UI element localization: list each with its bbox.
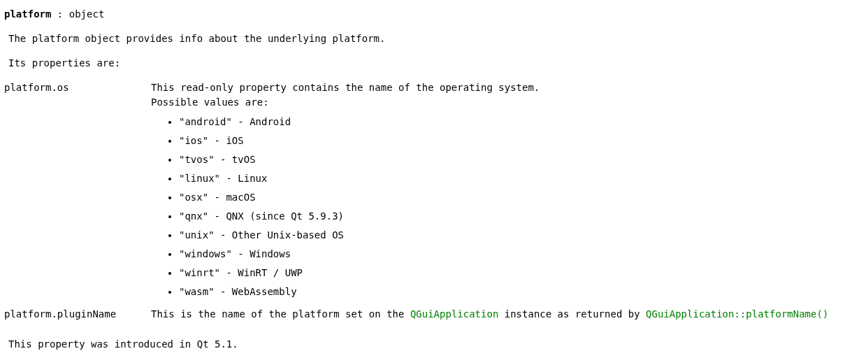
qguiapplication-link[interactable]: QGuiApplication bbox=[410, 308, 498, 320]
list-item: "qnx" - QNX (since Qt 5.9.3) bbox=[179, 207, 864, 226]
os-value-label: - tvOS bbox=[215, 154, 256, 165]
os-value-label: - Linux bbox=[220, 173, 267, 184]
property-os-name-text: platform.os bbox=[4, 82, 69, 93]
property-name: platform bbox=[4, 8, 51, 20]
os-desc-line2: Possible values are: bbox=[151, 95, 864, 110]
property-pluginname-name: platform.pluginName bbox=[4, 307, 151, 327]
footer-note: This property was introduced in Qt 5.1. bbox=[8, 337, 864, 352]
os-value-label: - Windows bbox=[232, 248, 291, 259]
list-item: "ios" - iOS bbox=[179, 131, 864, 150]
property-pluginname-description: This is the name of the platform set on … bbox=[151, 307, 864, 327]
os-value-label: - WinRT / UWP bbox=[220, 267, 303, 278]
list-item: "windows" - Windows bbox=[179, 245, 864, 264]
list-item: "osx" - macOS bbox=[179, 188, 864, 207]
intro-section: The platform object provides info about … bbox=[4, 31, 864, 46]
os-value-code: "linux" bbox=[179, 173, 220, 184]
colon-separator: : bbox=[51, 8, 68, 20]
properties-table: platform.os This read-only property cont… bbox=[4, 80, 864, 327]
intro-text: The platform object provides info about … bbox=[8, 31, 864, 46]
pluginname-prefix: This is the name of the platform set on … bbox=[151, 308, 410, 320]
qguiapplication-platformname-link[interactable]: QGuiApplication::platformName() bbox=[646, 308, 828, 320]
property-os-name: platform.os bbox=[4, 80, 151, 307]
intro-code: platform bbox=[32, 33, 79, 44]
list-item: "linux" - Linux bbox=[179, 169, 864, 188]
list-item: "winrt" - WinRT / UWP bbox=[179, 264, 864, 282]
property-os-description: This read-only property contains the nam… bbox=[151, 80, 864, 307]
os-value-code: "winrt" bbox=[179, 267, 220, 278]
os-value-label: - Android bbox=[232, 116, 291, 127]
pluginname-mid: instance as returned by bbox=[498, 308, 646, 320]
os-value-code: "android" bbox=[179, 116, 232, 127]
os-value-label: - Other Unix-based OS bbox=[215, 229, 344, 241]
os-value-code: "ios" bbox=[179, 135, 208, 146]
list-item: "tvos" - tvOS bbox=[179, 150, 864, 169]
properties-label: Its properties are: bbox=[8, 56, 864, 71]
list-item: "unix" - Other Unix-based OS bbox=[179, 226, 864, 245]
os-value-code: "osx" bbox=[179, 192, 208, 203]
os-value-code: "qnx" bbox=[179, 210, 208, 222]
property-row-pluginname: platform.pluginName This is the name of … bbox=[4, 307, 864, 327]
intro-prefix: The bbox=[8, 33, 32, 44]
os-value-code: "unix" bbox=[179, 229, 215, 241]
os-desc-line1: This read-only property contains the nam… bbox=[151, 80, 864, 95]
property-row-os: platform.os This read-only property cont… bbox=[4, 80, 864, 307]
os-value-label: - macOS bbox=[208, 192, 255, 203]
intro-suffix: object provides info about the underlyin… bbox=[79, 33, 385, 44]
os-values-list: "android" - Android "ios" - iOS "tvos" -… bbox=[151, 113, 864, 301]
list-item: "android" - Android bbox=[179, 113, 864, 131]
property-pluginname-name-text: platform.pluginName bbox=[4, 308, 116, 320]
os-value-code: "windows" bbox=[179, 248, 232, 259]
list-item: "wasm" - WebAssembly bbox=[179, 282, 864, 301]
property-type: object bbox=[69, 8, 105, 20]
os-value-label: - WebAssembly bbox=[215, 286, 297, 297]
os-value-label: - QNX (since Qt 5.9.3) bbox=[208, 210, 344, 222]
os-value-code: "tvos" bbox=[179, 154, 215, 165]
property-header: platform : object bbox=[4, 7, 864, 22]
os-value-label: - iOS bbox=[208, 135, 244, 146]
os-value-code: "wasm" bbox=[179, 286, 215, 297]
